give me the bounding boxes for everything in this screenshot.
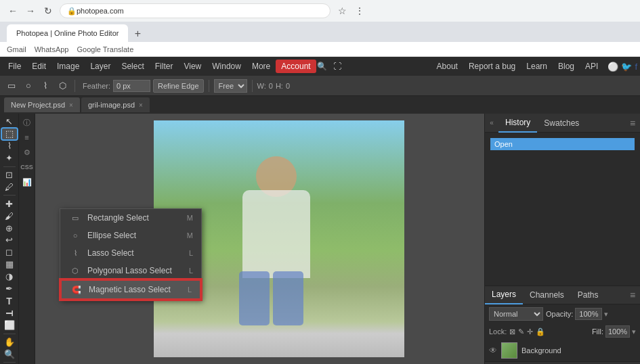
bookmark-button[interactable]: ☆ [336,5,348,17]
lasso-select-icon: ⌇ [68,248,82,258]
magnetic-lasso-item[interactable]: 🧲 Magnetic Lasso Select L [60,279,201,300]
rect-marquee-btn[interactable]: ▭ [4,78,19,93]
dodge-tool[interactable]: ◑ [2,271,17,282]
url-bar[interactable]: 🔒 photopea.com [60,3,330,18]
forward-button[interactable]: → [24,5,37,17]
menu-report-bug[interactable]: Report a bug [463,60,521,73]
lock-position-icon[interactable]: ✛ [527,327,533,336]
eraser-tool[interactable]: ◻ [2,247,17,258]
bookmark-gmail[interactable]: Gmail [7,45,26,53]
new-tab-button[interactable]: + [129,26,146,42]
info-icon[interactable]: ⓘ [21,116,33,129]
zoom-tool[interactable]: 🔍 [2,348,17,359]
menu-account[interactable]: Account [276,60,316,73]
gradient-tool[interactable]: ▦ [2,259,17,270]
reddit-icon[interactable]: ⚪ [607,62,618,72]
lock-transparent-icon[interactable]: ⊠ [509,327,515,336]
crop-tool[interactable]: ⊡ [2,170,17,181]
shape-tool[interactable]: ⬜ [2,320,17,331]
tab-swatches[interactable]: Swatches [537,114,586,133]
chart-icon[interactable]: 📊 [21,176,33,188]
menu-edit[interactable]: Edit [26,60,51,73]
menu-image[interactable]: Image [51,60,85,73]
menu-filter[interactable]: Filter [150,60,179,73]
ellipse-select-item[interactable]: ○ Ellipse Select M [60,227,201,244]
clone-tool[interactable]: ⊕ [2,223,17,233]
fill-label: Fill: [592,327,603,336]
menu-view[interactable]: View [178,60,207,73]
opacity-input[interactable] [575,308,602,320]
panel-menu-btn[interactable]: ≡ [625,114,640,133]
feather-input[interactable] [113,80,150,92]
facebook-icon[interactable]: f [635,62,637,72]
layer-thumb-image [502,343,517,358]
rect-select-item[interactable]: ▭ Rectangle Select M [60,209,201,227]
text-vertical-tool[interactable]: T [4,306,15,321]
lock-pixels-icon[interactable]: ✎ [518,327,524,336]
fullscreen-icon[interactable]: ⛶ [331,60,343,72]
menu-more[interactable]: More [247,60,276,73]
tab-layers[interactable]: Layers [485,286,523,304]
menu-learn[interactable]: Learn [521,60,553,73]
ellipse-marquee-btn[interactable]: ○ [21,78,36,93]
hand-tool[interactable]: ✋ [2,336,17,347]
tab-history[interactable]: History [498,114,537,133]
css-icon[interactable]: CSS [21,161,33,173]
lock-all-icon[interactable]: 🔒 [536,327,545,336]
rect-select-label: Rectangle Select [87,213,149,223]
pen-tool[interactable]: ✒ [2,283,17,294]
separator-1 [3,166,16,167]
person-body [242,190,310,278]
layers-menu-btn[interactable]: ≡ [625,286,640,304]
move-tool[interactable]: ↖ [2,116,17,127]
twitter-icon[interactable]: 🐦 [621,62,632,72]
fill-input[interactable] [605,325,630,338]
histogram-icon[interactable]: ≡ [21,131,33,143]
search-icon[interactable]: 🔍 [316,60,328,72]
menu-blog[interactable]: Blog [553,60,580,73]
lasso-btn[interactable]: ⌇ [38,78,53,93]
tab-gril-image[interactable]: gril-image.psd × [81,97,150,112]
eyedropper-tool[interactable]: 🖊 [2,181,17,192]
history-brush-tool[interactable]: ↩ [2,235,17,246]
bookmark-translate[interactable]: Google Translate [77,45,133,53]
back-button[interactable]: ← [7,5,19,17]
style-select[interactable]: Free [214,79,247,93]
polygonal-btn[interactable]: ⬡ [55,78,70,93]
history-item-open[interactable]: Open [490,138,635,150]
tab-paths[interactable]: Paths [571,286,605,304]
brush-tool[interactable]: 🖌 [2,210,17,221]
text-tool[interactable]: T [2,296,17,306]
opacity-chevron[interactable]: ▾ [604,310,608,319]
heal-tool[interactable]: ✚ [2,198,17,209]
layer-background[interactable]: 👁 Background [485,340,640,361]
menu-api[interactable]: API [580,60,603,73]
menu-select[interactable]: Select [116,60,149,73]
fill-chevron[interactable]: ▾ [632,327,636,336]
close-tab-gril-image[interactable]: × [139,101,143,109]
layer-visibility-toggle[interactable]: 👁 [489,346,497,355]
lasso-select-item[interactable]: ⌇ Lasso Select L [60,244,201,262]
layers-footer: 🔗 fx ⬛ ◑ 📁 📄 🗑 [485,361,640,364]
menu-window[interactable]: Window [207,60,247,73]
refine-edge-button[interactable]: Refine Edge [153,79,204,93]
browser-tab[interactable]: Photopea | Online Photo Editor [7,24,128,42]
close-tab-new-project[interactable]: × [69,101,73,109]
panel-collapse-btn[interactable]: « [485,114,498,133]
wand-tool[interactable]: ✦ [2,153,17,164]
extensions-button[interactable]: ⋮ [354,5,366,17]
adjustments-icon[interactable]: ⚙ [21,146,33,158]
tab-channels[interactable]: Channels [523,286,571,304]
menu-layer[interactable]: Layer [85,60,116,73]
polygonal-lasso-item[interactable]: ⬡ Polygonal Lasso Select L [60,262,201,279]
selection-tool[interactable]: ⬚ [2,129,17,139]
refresh-button[interactable]: ↻ [42,5,54,17]
menu-about[interactable]: About [431,60,463,73]
tab-new-project[interactable]: New Project.psd × [4,97,80,112]
tab-label: Photopea | Online Photo Editor [16,29,119,37]
lasso-tool[interactable]: ⌇ [2,141,17,152]
separator-3 [3,334,16,334]
bookmark-whatsapp[interactable]: WhatsApp [35,45,69,53]
blend-mode-select[interactable]: Normal [489,307,543,321]
menu-file[interactable]: File [3,60,26,73]
